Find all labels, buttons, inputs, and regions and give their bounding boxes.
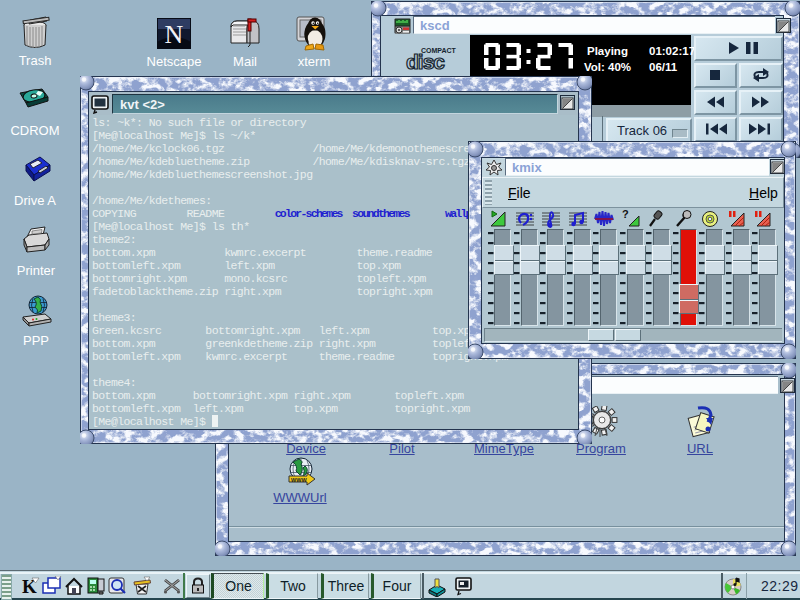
svg-text:WWW: WWW	[291, 477, 307, 483]
svg-text:N: N	[165, 20, 184, 49]
svg-text:?: ?	[622, 209, 629, 220]
